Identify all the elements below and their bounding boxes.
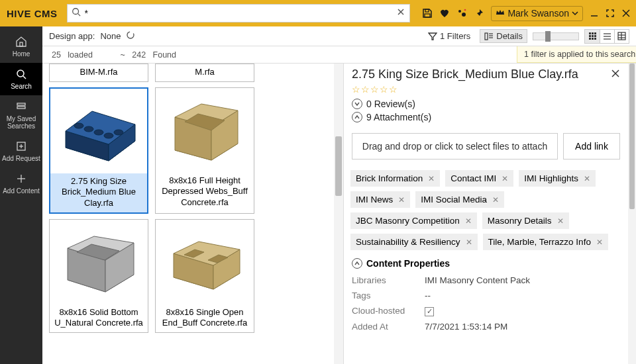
cloud-hosted-checkbox[interactable]: ✓ [425, 307, 434, 316]
filter-banner[interactable]: 1 filter is applied to this search [517, 46, 636, 63]
add-link-button[interactable]: Add link [563, 133, 620, 159]
user-menu[interactable]: Mark Swanson [491, 6, 583, 21]
result-card[interactable]: 8x8x16 Full Height Depressed Webs_Buff C… [155, 87, 254, 214]
maximize-icon[interactable] [606, 9, 615, 18]
svg-point-50 [94, 130, 103, 135]
attachments-collapse-icon[interactable] [352, 112, 362, 122]
tag-label: Brick Information [356, 173, 423, 183]
nav-add-content[interactable]: Add Content [0, 167, 42, 200]
card-thumb [50, 89, 147, 173]
filters-button[interactable]: 1 Filters [424, 30, 474, 42]
card-thumb [156, 220, 254, 304]
result-card[interactable]: M.rfa [155, 64, 254, 82]
card-title: 8x8x16 Single Open End_Buff Concrete.rfa [156, 304, 254, 333]
card-thumb [50, 220, 148, 304]
notification-icon[interactable] [456, 8, 467, 19]
svg-marker-23 [429, 33, 437, 40]
design-app-value: None [100, 31, 121, 41]
tag-remove-icon[interactable]: ✕ [465, 216, 472, 226]
attachment-tag[interactable]: IMI Highlights✕ [519, 170, 596, 187]
left-nav: Home Search My Saved Searches Add Reques… [0, 26, 42, 364]
attachment-tag[interactable]: IMI News✕ [350, 191, 410, 208]
found-count: 242 [132, 50, 146, 60]
card-title: 8x8x16 Solid Bottom U_Natural Concrete.r… [50, 304, 148, 333]
minimize-icon[interactable] [590, 9, 599, 18]
approx: ~ [121, 50, 125, 60]
pin-icon[interactable] [474, 8, 484, 19]
svg-rect-36 [594, 38, 596, 40]
rating-stars[interactable]: ☆☆☆☆☆ [344, 84, 628, 95]
nav-home-label: Home [13, 50, 30, 58]
attachment-tag[interactable]: Masonry Details✕ [482, 212, 569, 229]
chevron-down-icon [572, 8, 578, 19]
svg-rect-15 [17, 103, 25, 105]
result-card[interactable]: 8x8x16 Solid Bottom U_Natural Concrete.r… [49, 219, 148, 334]
prop-tags-val: -- [425, 291, 431, 300]
clear-search-icon[interactable] [396, 7, 405, 19]
result-card[interactable]: BIM-M.rfa [49, 64, 148, 82]
props-header: Content Properties [366, 258, 450, 269]
tag-remove-icon[interactable]: ✕ [502, 174, 508, 183]
attachment-tag[interactable]: Brick Information✕ [350, 170, 440, 187]
titlebar: HIVE CMS Mark Swanson [0, 0, 636, 26]
svg-rect-30 [594, 32, 596, 34]
tag-remove-icon[interactable]: ✕ [557, 216, 564, 226]
tag-label: Tile, Marble, Terrazzo Info [488, 237, 591, 247]
tag-remove-icon[interactable]: ✕ [596, 238, 603, 247]
details-label: Details [496, 31, 523, 41]
tag-remove-icon[interactable]: ✕ [428, 174, 435, 183]
user-name: Mark Swanson [507, 8, 569, 19]
svg-point-0 [72, 9, 78, 15]
card-thumb [156, 88, 254, 173]
toolbar: Design app: None 1 Filters Details [42, 26, 636, 46]
tag-remove-icon[interactable]: ✕ [584, 174, 590, 183]
tag-remove-icon[interactable]: ✕ [466, 238, 472, 247]
details-toggle[interactable]: Details [480, 29, 527, 43]
attachment-tag[interactable]: Sustainability & Resiliency✕ [350, 234, 478, 250]
attachment-dropzone[interactable]: Drag and drop or click to select files t… [352, 133, 558, 159]
refresh-icon[interactable] [126, 30, 135, 42]
nav-saved-searches[interactable]: My Saved Searches [0, 95, 42, 135]
search-icon [72, 7, 81, 19]
attachment-tag[interactable]: JBC Masonry Competition✕ [350, 212, 477, 229]
reviews-expand-icon[interactable] [352, 99, 362, 109]
tag-label: IMI News [356, 195, 393, 205]
view-list[interactable] [600, 30, 614, 43]
svg-rect-28 [589, 32, 591, 34]
brand: HIVE CMS [7, 8, 58, 19]
svg-point-6 [458, 10, 461, 13]
save-icon[interactable] [422, 8, 433, 19]
close-icon[interactable] [621, 9, 631, 18]
attachment-tag[interactable]: Tile, Marble, Terrazzo Info✕ [483, 234, 608, 250]
results-scrollbar[interactable] [334, 64, 343, 364]
svg-rect-33 [594, 35, 596, 37]
svg-rect-31 [589, 35, 591, 37]
attachments-count: 9 Attachment(s) [366, 112, 431, 122]
close-detail-icon[interactable] [611, 69, 620, 81]
tag-remove-icon[interactable]: ✕ [398, 195, 405, 205]
card-title: 8x8x16 Full Height Depressed Webs_Buff C… [156, 173, 254, 212]
result-card-selected[interactable]: 2.75 King Size Brick_Medium Blue Clay.rf… [49, 87, 148, 214]
svg-point-22 [127, 32, 134, 38]
reviews-count: 0 Review(s) [366, 99, 415, 109]
tag-remove-icon[interactable]: ✕ [492, 195, 499, 205]
heart-icon[interactable] [439, 8, 450, 19]
crown-icon [496, 8, 505, 19]
result-card[interactable]: 8x8x16 Single Open End_Buff Concrete.rfa [155, 219, 254, 334]
prop-added-val: 7/7/2021 1:53:14 PM [425, 322, 507, 332]
tag-label: JBC Masonry Competition [356, 216, 460, 226]
view-table[interactable] [614, 30, 629, 43]
tag-label: Masonry Details [488, 216, 552, 226]
svg-rect-35 [592, 38, 594, 40]
detail-scrollbar[interactable] [628, 64, 636, 364]
nav-home[interactable]: Home [0, 30, 42, 63]
nav-search[interactable]: Search [0, 63, 42, 95]
attachment-tag[interactable]: IMI Social Media✕ [415, 191, 504, 208]
search-box[interactable] [67, 4, 411, 23]
search-input[interactable] [81, 8, 397, 19]
attachment-tag[interactable]: Contact IMI✕ [445, 170, 513, 187]
zoom-slider[interactable] [533, 32, 579, 40]
props-collapse-icon[interactable] [352, 258, 362, 269]
nav-add-request[interactable]: Add Request [0, 135, 42, 167]
view-grid[interactable] [585, 30, 600, 43]
